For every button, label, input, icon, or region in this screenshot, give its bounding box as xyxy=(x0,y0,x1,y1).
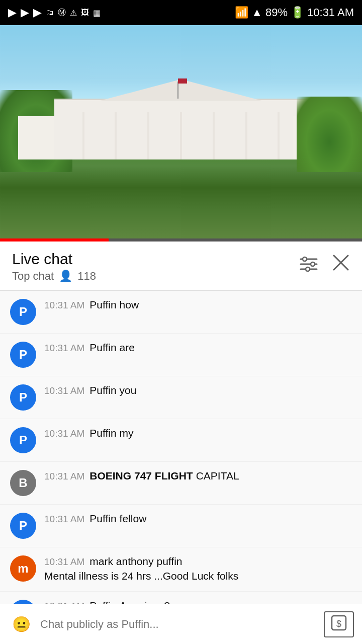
time-display: 10:31 AM xyxy=(307,6,354,19)
notif-icon-1: ▶ xyxy=(8,6,17,19)
chat-message: P 10:31 AM Puffin fellow xyxy=(0,505,362,547)
message-content: 10:31 AM Puffin fellow xyxy=(44,513,352,525)
close-button[interactable] xyxy=(332,254,350,276)
avatar: P xyxy=(10,342,36,368)
chat-message: B 10:31 AM BOEING 747 FLIGHT CAPITAL xyxy=(0,462,362,505)
svg-point-1 xyxy=(303,257,307,261)
viewer-icon: 👤 xyxy=(59,270,72,283)
chat-messages: P 10:31 AM Puffin how P 10:31 AM Puffin … xyxy=(0,291,362,634)
emoji-icon: 😐 xyxy=(12,615,31,633)
notif-icon-3: ▶ xyxy=(33,6,42,19)
wifi-icon: 📶 xyxy=(235,6,248,19)
message-time: 10:31 AM xyxy=(44,556,84,568)
wh-columns xyxy=(67,100,295,159)
message-time: 10:31 AM xyxy=(44,471,84,482)
signal-icon: ▲ xyxy=(251,6,262,19)
message-text: fellow xyxy=(120,513,147,525)
send-button[interactable]: $ xyxy=(324,611,354,637)
message-content: 10:31 AM Puffin how xyxy=(44,299,352,311)
viewer-count: 118 xyxy=(77,270,96,283)
message-content: 10:31 AM Puffin are xyxy=(44,342,352,354)
message-line: 10:31 AM Puffin fellow xyxy=(44,513,352,525)
message-content: 10:31 AM mark anthony puffin Mental illn… xyxy=(44,555,352,583)
avatar: P xyxy=(10,299,36,325)
message-time: 10:31 AM xyxy=(44,300,84,311)
notif-icon-6: ⚠ xyxy=(70,8,77,18)
message-line: 10:31 AM BOEING 747 FLIGHT CAPITAL xyxy=(44,470,352,482)
message-content: 10:31 AM BOEING 747 FLIGHT CAPITAL xyxy=(44,470,352,482)
svg-point-5 xyxy=(306,267,310,271)
notif-icon-8: ▦ xyxy=(93,8,101,18)
message-text: are xyxy=(120,342,135,354)
message-line: 10:31 AM mark anthony puffin xyxy=(44,555,352,568)
message-text-rest: Mental illness is 24 hrs ...Good Luck fo… xyxy=(44,569,352,583)
livechat-subtitle: Top chat 👤 118 xyxy=(12,270,96,283)
avatar: P xyxy=(10,513,36,539)
notif-icon-5: Ⓜ xyxy=(58,8,66,18)
video-thumbnail xyxy=(0,25,362,242)
message-text: CAPITAL xyxy=(196,470,239,482)
notif-icon-7: 🖼 xyxy=(81,8,89,17)
chat-input[interactable] xyxy=(40,611,318,637)
wh-flagpole xyxy=(177,82,178,99)
message-time: 10:31 AM xyxy=(44,385,84,396)
message-text-first: puffin xyxy=(157,555,183,568)
status-bar: ▶ ▶ ▶ 🗂 Ⓜ ⚠ 🖼 ▦ 📶 ▲ 89% 🔋 10:31 AM xyxy=(0,0,362,25)
message-author: Puffin xyxy=(89,384,116,396)
message-line: 10:31 AM Puffin are xyxy=(44,342,352,354)
message-content: 10:31 AM Puffin you xyxy=(44,384,352,396)
message-line: 10:31 AM Puffin how xyxy=(44,299,352,311)
livechat-title-section: Live chat Top chat 👤 118 xyxy=(12,251,96,283)
message-author: BOEING 747 FLIGHT xyxy=(89,470,193,482)
video-player[interactable] xyxy=(0,25,362,242)
message-author: Puffin xyxy=(89,342,116,354)
wh-building xyxy=(54,99,308,159)
svg-point-3 xyxy=(311,262,315,266)
message-author: mark anthony xyxy=(89,555,153,568)
message-time: 10:31 AM xyxy=(44,428,84,439)
livechat-header: Live chat Top chat 👤 118 xyxy=(0,242,362,290)
message-content: 10:31 AM Puffin my xyxy=(44,427,352,439)
status-bar-system: 📶 ▲ 89% 🔋 10:31 AM xyxy=(235,6,354,19)
emoji-button[interactable]: 😐 xyxy=(8,611,34,637)
battery-icon: 🔋 xyxy=(291,6,304,19)
chat-message: P 10:31 AM Puffin are xyxy=(0,334,362,376)
top-chat-label[interactable]: Top chat xyxy=(12,270,54,283)
message-author: Puffin xyxy=(89,299,116,311)
notif-icon-4: 🗂 xyxy=(46,8,54,17)
chat-message: m 10:31 AM mark anthony puffin Mental il… xyxy=(0,547,362,592)
wh-flag xyxy=(178,78,187,84)
avatar: B xyxy=(10,470,36,496)
message-text: my xyxy=(120,427,134,439)
message-text: you xyxy=(120,384,137,396)
filter-icon xyxy=(300,256,318,272)
svg-text:$: $ xyxy=(336,619,341,629)
send-icon: $ xyxy=(330,614,348,635)
avatar: P xyxy=(10,384,36,411)
close-icon xyxy=(332,254,350,272)
video-progress-bar[interactable] xyxy=(0,238,362,242)
message-author: Puffin xyxy=(89,513,116,525)
tree-right xyxy=(297,97,362,173)
video-progress-fill xyxy=(0,238,109,242)
chat-message: P 10:31 AM Puffin my xyxy=(0,419,362,462)
avatar: m xyxy=(10,555,36,582)
message-text: how xyxy=(120,299,139,311)
message-time: 10:31 AM xyxy=(44,514,84,525)
chat-input-bar: 😐 $ xyxy=(0,604,362,644)
notif-icon-2: ▶ xyxy=(21,6,29,19)
avatar: P xyxy=(10,427,36,453)
status-bar-notifications: ▶ ▶ ▶ 🗂 Ⓜ ⚠ 🖼 ▦ xyxy=(8,6,101,19)
chat-message: P 10:31 AM Puffin you xyxy=(0,376,362,419)
send-icon-svg: $ xyxy=(330,614,348,632)
livechat-header-actions xyxy=(300,251,350,276)
battery-percent: 89% xyxy=(265,6,288,19)
livechat-title: Live chat xyxy=(12,251,96,268)
chat-messages-wrapper: P 10:31 AM Puffin how P 10:31 AM Puffin … xyxy=(0,291,362,644)
message-line: 10:31 AM Puffin my xyxy=(44,427,352,439)
filter-button[interactable] xyxy=(300,256,318,274)
message-time: 10:31 AM xyxy=(44,343,84,354)
chat-message: P 10:31 AM Puffin how xyxy=(0,291,362,334)
message-line: 10:31 AM Puffin you xyxy=(44,384,352,396)
message-author: Puffin xyxy=(89,427,116,439)
